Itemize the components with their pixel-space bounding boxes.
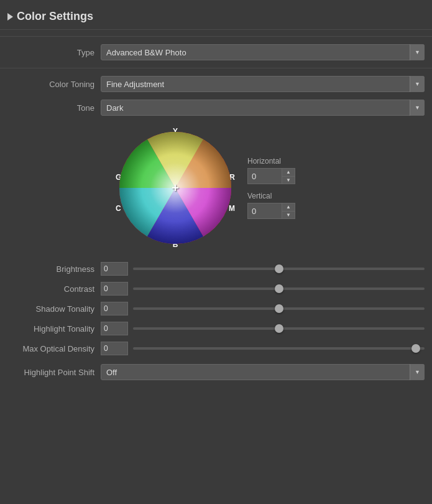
vertical-input[interactable] xyxy=(247,203,282,219)
shadow-tonality-thumb[interactable] xyxy=(275,304,283,313)
section-title: Color Settings xyxy=(17,10,93,23)
vertical-down-arrow[interactable]: ▼ xyxy=(282,212,295,219)
tone-select-wrapper: Dark Normal Light xyxy=(101,100,425,116)
wheel-crosshair: + xyxy=(172,181,179,195)
brightness-label: Brightness xyxy=(7,264,94,274)
brightness-track xyxy=(133,268,425,270)
highlight-tonality-row: Highlight Tonality xyxy=(7,319,425,338)
tone-row: Tone Dark Normal Light xyxy=(0,96,432,119)
highlight-point-shift-row: Highlight Point Shift Off On xyxy=(0,361,432,383)
color-toning-row: Color Toning Fine Adjustment None Sepia … xyxy=(0,72,432,96)
color-toning-select[interactable]: Fine Adjustment None Sepia Cold xyxy=(101,76,425,92)
max-optical-density-thumb[interactable] xyxy=(411,344,420,353)
highlight-point-shift-label: Highlight Point Shift xyxy=(7,368,94,377)
tone-label: Tone xyxy=(7,103,94,113)
tone-select[interactable]: Dark Normal Light xyxy=(101,100,425,116)
section-header: Color Settings xyxy=(0,6,432,30)
brightness-thumb[interactable] xyxy=(275,264,283,273)
max-optical-density-track xyxy=(133,347,425,350)
max-optical-density-label: Max Optical Density xyxy=(7,344,94,353)
contrast-row: Contrast xyxy=(7,279,425,299)
highlight-tonality-track xyxy=(133,327,425,330)
contrast-value[interactable] xyxy=(101,282,128,296)
contrast-track xyxy=(133,287,425,290)
color-settings-panel: Color Settings Type Advanced B&W Photo S… xyxy=(0,0,432,390)
contrast-track-container xyxy=(133,284,425,294)
contrast-thumb[interactable] xyxy=(275,284,283,293)
horizontal-spinbox: ▲ ▼ xyxy=(247,168,295,184)
shadow-tonality-track-container xyxy=(133,304,425,314)
color-toning-select-wrapper: Fine Adjustment None Sepia Cold xyxy=(101,76,425,92)
vertical-up-arrow[interactable]: ▲ xyxy=(282,203,295,212)
collapse-icon[interactable] xyxy=(7,13,13,21)
highlight-point-shift-select-wrapper: Off On xyxy=(101,364,425,380)
max-optical-density-value[interactable] xyxy=(101,342,128,355)
wheel-controls: Horizontal ▲ ▼ Vertical ▲ ▼ xyxy=(247,157,295,219)
vertical-spinbox: ▲ ▼ xyxy=(247,203,295,219)
highlight-tonality-label: Highlight Tonality xyxy=(7,324,94,334)
contrast-label: Contrast xyxy=(7,284,94,294)
max-optical-density-row: Max Optical Density xyxy=(7,338,425,358)
color-toning-label: Color Toning xyxy=(7,80,94,89)
type-select[interactable]: Advanced B&W Photo Standard Custom xyxy=(101,44,425,60)
horizontal-arrows: ▲ ▼ xyxy=(282,168,295,184)
vertical-control: Vertical ▲ ▼ xyxy=(247,192,295,219)
type-row: Type Advanced B&W Photo Standard Custom xyxy=(0,40,432,64)
shadow-tonality-track xyxy=(133,307,425,310)
highlight-tonality-track-container xyxy=(133,324,425,334)
horizontal-label: Horizontal xyxy=(247,157,295,166)
shadow-tonality-value[interactable] xyxy=(101,302,128,315)
horizontal-input[interactable] xyxy=(247,168,282,184)
highlight-tonality-value[interactable] xyxy=(101,322,128,335)
brightness-track-container xyxy=(133,264,425,274)
brightness-row: Brightness xyxy=(7,259,425,279)
type-label: Type xyxy=(7,48,94,57)
color-wheel-section: Y R M B C G xyxy=(0,119,432,256)
horizontal-down-arrow[interactable]: ▼ xyxy=(282,177,295,184)
max-optical-density-track-container xyxy=(133,343,425,353)
highlight-point-shift-select[interactable]: Off On xyxy=(101,364,425,380)
highlight-tonality-thumb[interactable] xyxy=(275,324,283,333)
shadow-tonality-row: Shadow Tonality xyxy=(7,299,425,319)
slider-section: Brightness Contrast Shadow Tonality xyxy=(0,256,432,361)
type-select-wrapper: Advanced B&W Photo Standard Custom xyxy=(101,44,425,60)
shadow-tonality-label: Shadow Tonality xyxy=(7,304,94,314)
brightness-value[interactable] xyxy=(101,262,128,276)
vertical-arrows: ▲ ▼ xyxy=(282,203,295,219)
vertical-label: Vertical xyxy=(247,192,295,200)
horizontal-control: Horizontal ▲ ▼ xyxy=(247,157,295,184)
color-wheel-container[interactable]: Y R M B C G xyxy=(113,126,237,250)
horizontal-up-arrow[interactable]: ▲ xyxy=(282,169,295,177)
